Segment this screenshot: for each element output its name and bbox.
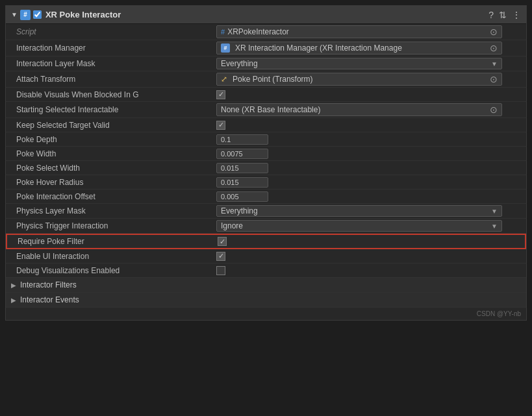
interactor-events-section[interactable]: ▶ Interactor Events bbox=[6, 293, 526, 308]
physics-trigger-dropdown-arrow-icon: ▼ bbox=[491, 223, 498, 230]
physics-layer-mask-row: Physics Layer Mask Everything ▼ bbox=[6, 204, 526, 219]
watermark: CSDN @YY-nb bbox=[6, 308, 526, 320]
enable-ui-interaction-row: Enable UI Interaction bbox=[6, 249, 526, 263]
interaction-layer-mask-row: Interaction Layer Mask Everything ▼ bbox=[6, 56, 526, 71]
physics-trigger-text: Ignore bbox=[221, 221, 243, 230]
starting-selected-label: Starting Selected Interactable bbox=[6, 104, 214, 116]
interaction-manager-row: Interaction Manager # XR Interaction Man… bbox=[6, 40, 526, 56]
poke-width-value: 0.0075 bbox=[214, 148, 526, 160]
script-icon: # bbox=[221, 28, 225, 36]
starting-selected-row: Starting Selected Interactable None (XR … bbox=[6, 102, 526, 118]
keep-selected-row: Keep Selected Target Valid bbox=[6, 118, 526, 132]
help-icon[interactable]: ? bbox=[488, 10, 494, 20]
header-icons: ? ⇅ ⋮ bbox=[488, 10, 521, 20]
panel-title: XR Poke Interactor bbox=[45, 10, 488, 19]
keep-selected-label: Keep Selected Target Valid bbox=[6, 119, 214, 131]
poke-hover-radius-field[interactable]: 0.015 bbox=[216, 177, 268, 188]
physics-trigger-value: Ignore ▼ bbox=[214, 219, 526, 232]
disable-visuals-row: Disable Visuals When Blocked In G bbox=[6, 88, 526, 102]
disable-visuals-value bbox=[214, 90, 526, 100]
poke-hover-radius-value: 0.015 bbox=[214, 177, 526, 188]
starting-selected-pick-icon[interactable]: ⊙ bbox=[490, 104, 498, 115]
script-label: Script bbox=[6, 26, 214, 38]
poke-depth-value: 0.1 bbox=[214, 134, 526, 145]
debug-visualizations-value bbox=[214, 265, 526, 276]
poke-depth-label: Poke Depth bbox=[6, 134, 214, 145]
hash-icon: # bbox=[20, 10, 31, 20]
keep-selected-value bbox=[214, 120, 526, 130]
interaction-layer-mask-label: Interaction Layer Mask bbox=[6, 58, 214, 69]
interaction-layer-mask-value: Everything ▼ bbox=[214, 57, 526, 70]
physics-layer-dropdown-arrow-icon: ▼ bbox=[491, 208, 498, 215]
physics-layer-mask-text: Everything bbox=[221, 206, 258, 215]
require-poke-filter-value bbox=[215, 236, 525, 247]
disable-visuals-checkbox[interactable] bbox=[216, 90, 225, 99]
require-poke-filter-checkbox[interactable] bbox=[218, 237, 227, 246]
script-object-ref[interactable]: # XRPokeInteractor ⊙ bbox=[216, 25, 502, 38]
poke-select-width-row: Poke Select Width 0.015 bbox=[6, 161, 526, 175]
panel-header: ▼ # XR Poke Interactor ? ⇅ ⋮ bbox=[6, 6, 526, 24]
script-pick-icon[interactable]: ⊙ bbox=[490, 27, 498, 37]
poke-depth-field[interactable]: 0.1 bbox=[216, 134, 268, 145]
attach-transform-ref[interactable]: ⤢ Poke Point (Transform) ⊙ bbox=[216, 73, 502, 86]
poke-hover-radius-row: Poke Hover Radius 0.015 bbox=[6, 175, 526, 190]
interaction-manager-ref[interactable]: # XR Interaction Manager (XR Interaction… bbox=[216, 42, 502, 55]
require-poke-filter-label: Require Poke Filter bbox=[7, 236, 215, 247]
debug-visualizations-checkbox[interactable] bbox=[216, 266, 225, 275]
script-ref-text: XRPokeInteractor bbox=[227, 27, 289, 36]
attach-transform-value: ⤢ Poke Point (Transform) ⊙ bbox=[214, 72, 526, 86]
keep-selected-checkbox[interactable] bbox=[216, 121, 225, 130]
interaction-manager-label: Interaction Manager bbox=[6, 42, 214, 54]
interaction-manager-text: XR Interaction Manager (XR Interaction M… bbox=[235, 43, 402, 53]
physics-trigger-row: Physics Trigger Interaction Ignore ▼ bbox=[6, 219, 526, 234]
physics-layer-mask-label: Physics Layer Mask bbox=[6, 205, 214, 217]
physics-layer-mask-value: Everything ▼ bbox=[214, 204, 526, 217]
xr-icon: # bbox=[221, 43, 230, 53]
interactor-filters-arrow-icon: ▶ bbox=[11, 282, 16, 289]
enable-ui-interaction-checkbox[interactable] bbox=[216, 252, 225, 261]
collapse-arrow-icon[interactable]: ▼ bbox=[11, 11, 18, 18]
poke-select-width-value: 0.015 bbox=[214, 162, 526, 174]
require-poke-filter-row: Require Poke Filter bbox=[6, 234, 526, 249]
poke-interaction-offset-value: 0.005 bbox=[214, 191, 526, 202]
poke-interaction-offset-label: Poke Interaction Offset bbox=[6, 191, 214, 202]
attach-transform-label: Attach Transform bbox=[6, 73, 214, 85]
interaction-manager-value: # XR Interaction Manager (XR Interaction… bbox=[214, 41, 526, 55]
poke-width-label: Poke Width bbox=[6, 148, 214, 160]
starting-selected-value: None (XR Base Interactable) ⊙ bbox=[214, 103, 526, 117]
disable-visuals-label: Disable Visuals When Blocked In G bbox=[6, 89, 214, 101]
interactor-events-arrow-icon: ▶ bbox=[11, 297, 16, 304]
interactor-events-label: Interactor Events bbox=[20, 295, 79, 304]
script-row: Script # XRPokeInteractor ⊙ bbox=[6, 24, 526, 40]
settings-icon[interactable]: ⇅ bbox=[499, 10, 507, 20]
debug-visualizations-label: Debug Visualizations Enabled bbox=[6, 265, 214, 276]
enable-ui-interaction-label: Enable UI Interaction bbox=[6, 251, 214, 262]
enable-ui-interaction-value bbox=[214, 251, 526, 262]
interaction-manager-pick-icon[interactable]: ⊙ bbox=[490, 43, 498, 53]
interaction-layer-mask-dropdown[interactable]: Everything ▼ bbox=[216, 58, 502, 69]
poke-select-width-field[interactable]: 0.015 bbox=[216, 163, 268, 173]
attach-transform-text: Poke Point (Transform) bbox=[233, 75, 313, 84]
poke-width-field[interactable]: 0.0075 bbox=[216, 149, 268, 159]
physics-layer-mask-dropdown[interactable]: Everything ▼ bbox=[216, 205, 502, 217]
poke-hover-radius-label: Poke Hover Radius bbox=[6, 177, 214, 188]
poke-select-width-label: Poke Select Width bbox=[6, 162, 214, 174]
attach-transform-pick-icon[interactable]: ⊙ bbox=[490, 74, 498, 84]
interaction-layer-mask-text: Everything bbox=[221, 59, 258, 68]
transform-icon: ⤢ bbox=[221, 75, 227, 84]
poke-width-row: Poke Width 0.0075 bbox=[6, 147, 526, 161]
starting-selected-text: None (XR Base Interactable) bbox=[221, 105, 320, 114]
physics-trigger-dropdown[interactable]: Ignore ▼ bbox=[216, 220, 502, 232]
attach-transform-row: Attach Transform ⤢ Poke Point (Transform… bbox=[6, 71, 526, 88]
physics-trigger-label: Physics Trigger Interaction bbox=[6, 220, 214, 232]
debug-visualizations-row: Debug Visualizations Enabled bbox=[6, 263, 526, 278]
xr-poke-interactor-panel: ▼ # XR Poke Interactor ? ⇅ ⋮ Script # XR… bbox=[5, 5, 527, 321]
starting-selected-ref[interactable]: None (XR Base Interactable) ⊙ bbox=[216, 103, 502, 116]
poke-interaction-offset-row: Poke Interaction Offset 0.005 bbox=[6, 190, 526, 204]
poke-interaction-offset-field[interactable]: 0.005 bbox=[216, 191, 268, 202]
dropdown-arrow-icon: ▼ bbox=[491, 60, 498, 67]
poke-depth-row: Poke Depth 0.1 bbox=[6, 132, 526, 147]
component-enabled-checkbox[interactable] bbox=[33, 10, 42, 19]
more-options-icon[interactable]: ⋮ bbox=[512, 10, 521, 20]
interactor-filters-section[interactable]: ▶ Interactor Filters bbox=[6, 278, 526, 293]
